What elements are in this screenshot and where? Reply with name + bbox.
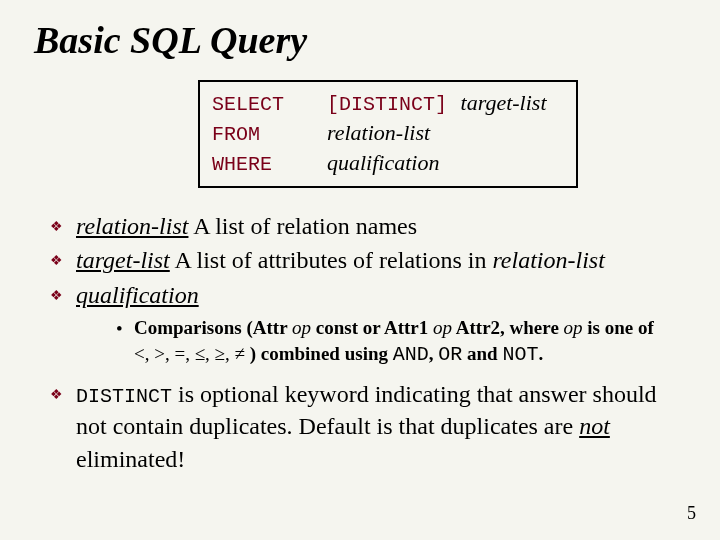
where-keyword: WHERE <box>212 151 327 178</box>
sub-bullet-comparisons: • Comparisons (Attr op const or Attr1 op… <box>116 315 680 368</box>
text-segment: A list of relation names <box>188 213 417 239</box>
op-italic: op <box>292 317 311 338</box>
term-relation-list: relation-list <box>76 213 188 239</box>
from-arg: relation-list <box>327 118 430 148</box>
diamond-icon: ❖ <box>50 279 76 306</box>
operators: <, >, =, ≤, ≥, ≠ <box>134 343 245 364</box>
text-segment: const or Attr1 <box>311 317 433 338</box>
text-segment: Comparisons (Attr <box>134 317 292 338</box>
bullet-text: DISTINCT is optional keyword indicating … <box>76 378 680 475</box>
or-keyword: OR <box>438 343 462 366</box>
text-segment: ) combined using <box>245 343 393 364</box>
bullet-text: qualification <box>76 279 680 311</box>
bullet-relation-list: ❖ relation-list A list of relation names <box>50 210 680 242</box>
not-underlined: not <box>579 413 610 439</box>
diamond-icon: ❖ <box>50 210 76 237</box>
text-segment: Attr2, where <box>452 317 564 338</box>
term-qualification: qualification <box>76 282 199 308</box>
bullet-dot-icon: • <box>116 315 134 342</box>
select-keyword: SELECT <box>212 91 327 118</box>
text-segment: A list of attributes of relations in <box>170 247 493 273</box>
and-keyword: AND <box>393 343 429 366</box>
diamond-icon: ❖ <box>50 378 76 405</box>
query-where-row: WHERE qualification <box>212 148 566 178</box>
not-keyword: NOT <box>502 343 538 366</box>
sub-bullet: • Comparisons (Attr op const or Attr1 op… <box>116 315 680 368</box>
bullet-text: relation-list A list of relation names <box>76 210 680 242</box>
text-italic: relation-list <box>492 247 604 273</box>
diamond-icon: ❖ <box>50 244 76 271</box>
bullet-qualification: ❖ qualification <box>50 279 680 311</box>
text-segment: . <box>538 343 543 364</box>
bullet-target-list: ❖ target-list A list of attributes of re… <box>50 244 680 276</box>
from-keyword: FROM <box>212 121 327 148</box>
slide: Basic SQL Query SELECT [DISTINCT] target… <box>0 0 720 540</box>
query-select-row: SELECT [DISTINCT] target-list <box>212 88 566 118</box>
text-segment: is one of <box>583 317 654 338</box>
bullet-list: ❖ relation-list A list of relation names… <box>28 210 692 475</box>
where-arg: qualification <box>327 148 439 178</box>
bullet-text: target-list A list of attributes of rela… <box>76 244 680 276</box>
sql-query-box: SELECT [DISTINCT] target-list FROM relat… <box>198 80 578 188</box>
sub-bullet-text: Comparisons (Attr op const or Attr1 op A… <box>134 315 654 368</box>
query-from-row: FROM relation-list <box>212 118 566 148</box>
text-segment: , <box>429 343 439 364</box>
distinct-keyword: [DISTINCT] <box>327 93 447 116</box>
text-segment: eliminated! <box>76 446 185 472</box>
page-number: 5 <box>687 503 696 524</box>
op-italic: op <box>433 317 452 338</box>
bullet-distinct: ❖ DISTINCT is optional keyword indicatin… <box>50 378 680 475</box>
distinct-keyword: DISTINCT <box>76 385 172 408</box>
page-title: Basic SQL Query <box>34 18 692 62</box>
text-segment: and <box>462 343 502 364</box>
term-target-list: target-list <box>76 247 170 273</box>
select-arg: target-list <box>461 90 547 115</box>
op-italic: op <box>564 317 583 338</box>
